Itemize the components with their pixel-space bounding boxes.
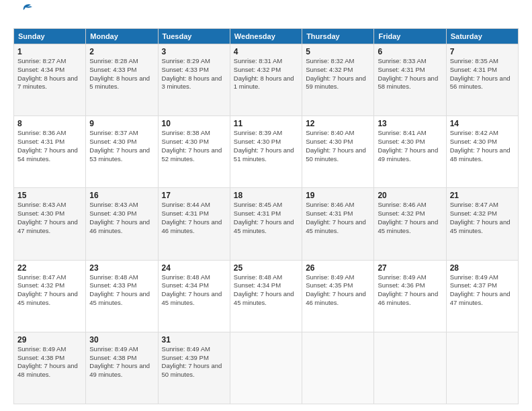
day-info: Sunrise: 8:36 AMSunset: 4:31 PMDaylight:… bbox=[17, 129, 82, 163]
day-number: 27 bbox=[378, 263, 442, 273]
calendar-cell: 4Sunrise: 8:31 AMSunset: 4:32 PMDaylight… bbox=[230, 44, 302, 116]
calendar-cell: 28Sunrise: 8:49 AMSunset: 4:37 PMDayligh… bbox=[446, 260, 518, 332]
day-number: 3 bbox=[162, 47, 226, 56]
day-info: Sunrise: 8:27 AMSunset: 4:34 PMDaylight:… bbox=[17, 57, 82, 91]
day-number: 12 bbox=[306, 119, 370, 128]
calendar-cell: 1Sunrise: 8:27 AMSunset: 4:34 PMDaylight… bbox=[14, 44, 86, 116]
calendar-cell: 19Sunrise: 8:46 AMSunset: 4:31 PMDayligh… bbox=[302, 188, 374, 260]
day-number: 6 bbox=[378, 47, 442, 56]
calendar-header-saturday: Saturday bbox=[446, 29, 518, 44]
day-number: 4 bbox=[234, 47, 298, 56]
header bbox=[13, 11, 519, 23]
day-info: Sunrise: 8:49 AMSunset: 4:39 PMDaylight:… bbox=[162, 345, 226, 379]
calendar-cell: 6Sunrise: 8:33 AMSunset: 4:31 PMDaylight… bbox=[374, 44, 446, 116]
calendar-header-wednesday: Wednesday bbox=[230, 29, 302, 44]
calendar-header-row: SundayMondayTuesdayWednesdayThursdayFrid… bbox=[14, 29, 519, 44]
day-number: 11 bbox=[234, 119, 298, 128]
day-number: 13 bbox=[378, 119, 442, 128]
calendar-cell: 30Sunrise: 8:49 AMSunset: 4:38 PMDayligh… bbox=[86, 332, 158, 404]
day-info: Sunrise: 8:32 AMSunset: 4:32 PMDaylight:… bbox=[306, 57, 370, 91]
day-info: Sunrise: 8:37 AMSunset: 4:30 PMDaylight:… bbox=[89, 129, 154, 163]
calendar-header-monday: Monday bbox=[86, 29, 158, 44]
day-info: Sunrise: 8:48 AMSunset: 4:34 PMDaylight:… bbox=[162, 273, 226, 308]
day-info: Sunrise: 8:29 AMSunset: 4:33 PMDaylight:… bbox=[162, 57, 226, 91]
day-number: 26 bbox=[306, 263, 370, 273]
day-info: Sunrise: 8:49 AMSunset: 4:37 PMDaylight:… bbox=[450, 273, 515, 308]
calendar-cell: 11Sunrise: 8:39 AMSunset: 4:30 PMDayligh… bbox=[230, 116, 302, 188]
day-number: 7 bbox=[450, 47, 515, 56]
day-number: 9 bbox=[89, 119, 154, 128]
day-info: Sunrise: 8:40 AMSunset: 4:30 PMDaylight:… bbox=[306, 129, 370, 163]
calendar-cell: 3Sunrise: 8:29 AMSunset: 4:33 PMDaylight… bbox=[158, 44, 230, 116]
day-info: Sunrise: 8:49 AMSunset: 4:38 PMDaylight:… bbox=[89, 345, 154, 379]
day-number: 2 bbox=[89, 47, 154, 56]
page: SundayMondayTuesdayWednesdayThursdayFrid… bbox=[0, 0, 532, 411]
calendar-cell: 14Sunrise: 8:42 AMSunset: 4:30 PMDayligh… bbox=[446, 116, 518, 188]
day-number: 24 bbox=[162, 263, 226, 273]
calendar-cell: 24Sunrise: 8:48 AMSunset: 4:34 PMDayligh… bbox=[158, 260, 230, 332]
day-number: 15 bbox=[17, 191, 82, 200]
calendar-cell: 7Sunrise: 8:35 AMSunset: 4:31 PMDaylight… bbox=[446, 44, 518, 116]
calendar-week-row: 15Sunrise: 8:43 AMSunset: 4:30 PMDayligh… bbox=[14, 188, 519, 260]
calendar-week-row: 1Sunrise: 8:27 AMSunset: 4:34 PMDaylight… bbox=[14, 44, 519, 116]
calendar-cell: 12Sunrise: 8:40 AMSunset: 4:30 PMDayligh… bbox=[302, 116, 374, 188]
day-info: Sunrise: 8:49 AMSunset: 4:38 PMDaylight:… bbox=[17, 345, 82, 379]
day-info: Sunrise: 8:28 AMSunset: 4:33 PMDaylight:… bbox=[89, 57, 154, 91]
calendar-cell: 29Sunrise: 8:49 AMSunset: 4:38 PMDayligh… bbox=[14, 332, 86, 404]
calendar-cell: 5Sunrise: 8:32 AMSunset: 4:32 PMDaylight… bbox=[302, 44, 374, 116]
calendar-cell: 2Sunrise: 8:28 AMSunset: 4:33 PMDaylight… bbox=[86, 44, 158, 116]
day-info: Sunrise: 8:31 AMSunset: 4:32 PMDaylight:… bbox=[234, 57, 298, 91]
day-info: Sunrise: 8:49 AMSunset: 4:36 PMDaylight:… bbox=[378, 273, 442, 308]
day-number: 30 bbox=[89, 335, 154, 345]
day-number: 10 bbox=[162, 119, 226, 128]
day-info: Sunrise: 8:47 AMSunset: 4:32 PMDaylight:… bbox=[450, 201, 515, 235]
day-number: 8 bbox=[17, 119, 82, 128]
day-info: Sunrise: 8:45 AMSunset: 4:31 PMDaylight:… bbox=[234, 201, 298, 235]
calendar-week-row: 22Sunrise: 8:47 AMSunset: 4:32 PMDayligh… bbox=[14, 260, 519, 332]
day-number: 25 bbox=[234, 263, 298, 273]
calendar-cell: 20Sunrise: 8:46 AMSunset: 4:32 PMDayligh… bbox=[374, 188, 446, 260]
calendar-cell: 27Sunrise: 8:49 AMSunset: 4:36 PMDayligh… bbox=[374, 260, 446, 332]
day-info: Sunrise: 8:35 AMSunset: 4:31 PMDaylight:… bbox=[450, 57, 515, 91]
calendar-cell: 10Sunrise: 8:38 AMSunset: 4:30 PMDayligh… bbox=[158, 116, 230, 188]
calendar-cell: 26Sunrise: 8:49 AMSunset: 4:35 PMDayligh… bbox=[302, 260, 374, 332]
day-number: 31 bbox=[162, 335, 226, 345]
day-info: Sunrise: 8:43 AMSunset: 4:30 PMDaylight:… bbox=[89, 201, 154, 235]
day-info: Sunrise: 8:44 AMSunset: 4:31 PMDaylight:… bbox=[162, 201, 226, 235]
day-number: 5 bbox=[306, 47, 370, 56]
calendar-cell: 22Sunrise: 8:47 AMSunset: 4:32 PMDayligh… bbox=[14, 260, 86, 332]
day-info: Sunrise: 8:39 AMSunset: 4:30 PMDaylight:… bbox=[234, 129, 298, 163]
day-number: 16 bbox=[89, 191, 154, 200]
calendar-cell: 31Sunrise: 8:49 AMSunset: 4:39 PMDayligh… bbox=[158, 332, 230, 404]
calendar-cell: 25Sunrise: 8:48 AMSunset: 4:34 PMDayligh… bbox=[230, 260, 302, 332]
day-number: 17 bbox=[162, 191, 226, 200]
day-info: Sunrise: 8:48 AMSunset: 4:33 PMDaylight:… bbox=[89, 273, 154, 308]
calendar-cell: 8Sunrise: 8:36 AMSunset: 4:31 PMDaylight… bbox=[14, 116, 86, 188]
day-number: 20 bbox=[378, 191, 442, 200]
day-number: 1 bbox=[17, 47, 82, 56]
day-number: 23 bbox=[89, 263, 154, 273]
calendar-cell: 17Sunrise: 8:44 AMSunset: 4:31 PMDayligh… bbox=[158, 188, 230, 260]
calendar-cell bbox=[374, 332, 446, 404]
calendar-cell: 21Sunrise: 8:47 AMSunset: 4:32 PMDayligh… bbox=[446, 188, 518, 260]
day-info: Sunrise: 8:48 AMSunset: 4:34 PMDaylight:… bbox=[234, 273, 298, 308]
day-number: 19 bbox=[306, 191, 370, 200]
day-info: Sunrise: 8:41 AMSunset: 4:30 PMDaylight:… bbox=[378, 129, 442, 163]
day-number: 28 bbox=[450, 263, 515, 273]
calendar-cell: 23Sunrise: 8:48 AMSunset: 4:33 PMDayligh… bbox=[86, 260, 158, 332]
calendar-cell bbox=[446, 332, 518, 404]
day-number: 22 bbox=[17, 263, 82, 273]
calendar-cell bbox=[230, 332, 302, 404]
calendar-header-thursday: Thursday bbox=[302, 29, 374, 44]
logo bbox=[13, 11, 34, 23]
calendar-header-tuesday: Tuesday bbox=[158, 29, 230, 44]
day-info: Sunrise: 8:49 AMSunset: 4:35 PMDaylight:… bbox=[306, 273, 370, 308]
calendar-header-friday: Friday bbox=[374, 29, 446, 44]
calendar-cell: 18Sunrise: 8:45 AMSunset: 4:31 PMDayligh… bbox=[230, 188, 302, 260]
calendar-week-row: 8Sunrise: 8:36 AMSunset: 4:31 PMDaylight… bbox=[14, 116, 519, 188]
day-number: 18 bbox=[234, 191, 298, 200]
calendar-cell: 15Sunrise: 8:43 AMSunset: 4:30 PMDayligh… bbox=[14, 188, 86, 260]
calendar-week-row: 29Sunrise: 8:49 AMSunset: 4:38 PMDayligh… bbox=[14, 332, 519, 404]
day-number: 29 bbox=[17, 335, 82, 345]
day-info: Sunrise: 8:38 AMSunset: 4:30 PMDaylight:… bbox=[162, 129, 226, 163]
